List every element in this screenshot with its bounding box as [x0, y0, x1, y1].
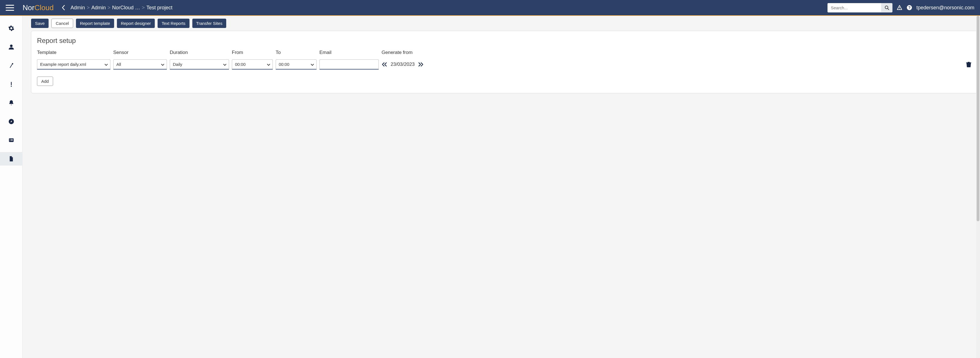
report-template-button[interactable]: Report template: [76, 19, 114, 28]
gear-icon: [8, 25, 14, 31]
alert-icon[interactable]: [897, 5, 902, 10]
from-select[interactable]: 00:00: [232, 59, 273, 70]
breadcrumb-item[interactable]: Test project: [146, 5, 173, 11]
user-email[interactable]: tpedersen@norsonic.com: [916, 5, 974, 11]
chevrons-right-icon: [418, 62, 424, 67]
sidebar: [0, 16, 22, 358]
sidebar-item-settings[interactable]: [0, 21, 22, 35]
text-reports-button[interactable]: Text Reports: [158, 19, 189, 28]
sidebar-item-list[interactable]: [0, 134, 22, 147]
svg-text:?: ?: [908, 5, 910, 10]
header-from: From: [232, 50, 273, 57]
hamburger-menu-icon[interactable]: [6, 3, 14, 12]
svg-rect-14: [10, 140, 10, 141]
report-designer-button[interactable]: Report designer: [117, 19, 155, 28]
breadcrumb-separator: >: [107, 5, 110, 11]
breadcrumb-separator: >: [142, 5, 145, 11]
template-value: Example report daily.xml: [40, 62, 86, 67]
breadcrumb-item[interactable]: NorCloud …: [112, 5, 140, 11]
generate-from-date: 23/03/2023: [391, 62, 415, 67]
exclamation-icon: [8, 81, 14, 87]
svg-point-9: [11, 86, 12, 87]
list-icon: [8, 137, 14, 143]
chevron-down-icon: [267, 62, 270, 67]
generate-from-cell: 23/03/2023: [382, 62, 971, 67]
breadcrumb-separator: >: [87, 5, 90, 11]
chevron-down-icon: [161, 62, 164, 67]
breadcrumb-item[interactable]: Admin: [91, 5, 106, 11]
trash-icon: [966, 62, 971, 67]
add-button[interactable]: Add: [37, 76, 53, 86]
sidebar-item-notifications[interactable]: [0, 96, 22, 110]
svg-point-7: [12, 63, 13, 64]
header-email: Email: [320, 50, 379, 57]
sidebar-item-explore[interactable]: [0, 115, 22, 128]
report-setup-card: Report setup Template Sensor Duration Fr…: [31, 31, 977, 93]
topbar: NorCloud Admin > Admin > NorCloud … > Te…: [0, 0, 980, 16]
app-logo[interactable]: NorCloud: [22, 3, 54, 12]
back-button[interactable]: [59, 3, 68, 12]
chevron-down-icon: [105, 62, 108, 67]
header-duration: Duration: [170, 50, 229, 57]
chevron-left-icon: [62, 5, 65, 10]
breadcrumb-item[interactable]: Admin: [71, 5, 85, 11]
sidebar-item-reports[interactable]: [0, 152, 22, 165]
sensor-value: All: [116, 62, 121, 67]
transfer-sites-button[interactable]: Transfer Sites: [192, 19, 226, 28]
header-sensor: Sensor: [113, 50, 167, 57]
template-select[interactable]: Example report daily.xml: [37, 59, 110, 70]
header-generate-from: Generate from: [382, 50, 971, 57]
search-input[interactable]: [827, 3, 881, 13]
delete-row-button[interactable]: [966, 62, 971, 67]
search-icon: [885, 5, 889, 10]
main-content: Save Cancel Report template Report desig…: [22, 16, 980, 358]
to-select[interactable]: 00:00: [276, 59, 317, 70]
cancel-button[interactable]: Cancel: [51, 19, 73, 28]
sidebar-item-user[interactable]: [0, 40, 22, 54]
to-value: 00:00: [279, 62, 290, 67]
report-grid: Template Sensor Duration From To Email G…: [37, 50, 971, 70]
toolbar: Save Cancel Report template Report desig…: [31, 19, 977, 28]
svg-rect-8: [11, 82, 11, 85]
breadcrumb: Admin > Admin > NorCloud … > Test projec…: [71, 5, 827, 11]
date-prev-button[interactable]: [382, 62, 387, 67]
date-next-button[interactable]: [418, 62, 424, 67]
compass-icon: [8, 118, 14, 125]
duration-value: Daily: [173, 62, 182, 67]
card-title: Report setup: [37, 37, 971, 45]
file-icon: [8, 156, 14, 162]
svg-rect-15: [11, 140, 13, 141]
bell-icon: [8, 100, 14, 106]
duration-select[interactable]: Daily: [170, 59, 229, 70]
chevron-down-icon: [311, 62, 314, 67]
email-input[interactable]: [320, 60, 379, 69]
search-box: [827, 3, 892, 13]
svg-rect-12: [10, 139, 10, 140]
topbar-right: ? tpedersen@norsonic.com: [827, 3, 974, 13]
email-input-wrap: [320, 59, 379, 70]
sensor-select[interactable]: All: [113, 59, 167, 70]
svg-point-6: [10, 45, 13, 47]
user-icon: [8, 44, 14, 50]
save-button[interactable]: Save: [31, 19, 49, 28]
svg-line-1: [888, 8, 889, 10]
vertical-scrollbar[interactable]: [976, 16, 980, 358]
svg-point-3: [899, 9, 900, 10]
sensor-icon: [8, 62, 14, 68]
search-button[interactable]: [881, 3, 892, 12]
sidebar-item-alerts[interactable]: [0, 77, 22, 91]
scrollbar-thumb[interactable]: [977, 16, 980, 221]
svg-rect-13: [11, 139, 13, 140]
from-value: 00:00: [235, 62, 246, 67]
chevron-down-icon: [223, 62, 226, 67]
chevrons-left-icon: [382, 62, 387, 67]
header-template: Template: [37, 50, 110, 57]
header-to: To: [276, 50, 317, 57]
help-icon[interactable]: ?: [907, 5, 912, 10]
sidebar-item-sensor[interactable]: [0, 59, 22, 72]
